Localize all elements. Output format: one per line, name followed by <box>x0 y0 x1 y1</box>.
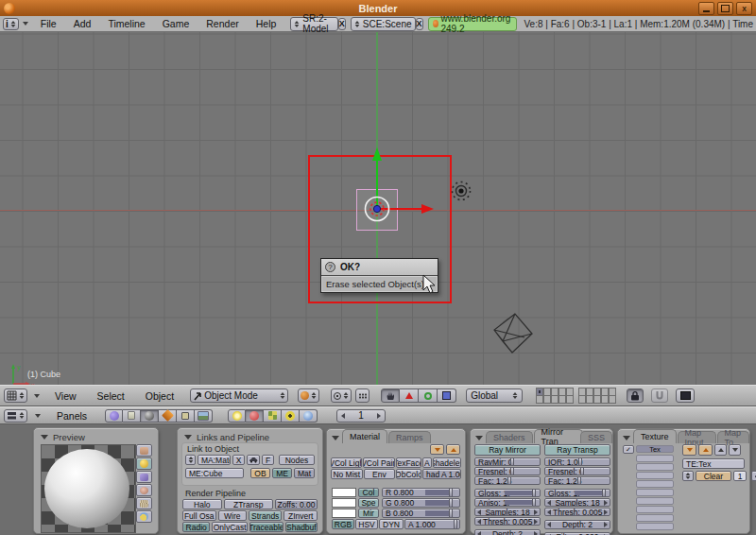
collapse-triangle-icon[interactable] <box>41 435 48 440</box>
traceable-toggle[interactable]: Traceable <box>249 522 284 532</box>
texture-browse-button[interactable] <box>682 471 694 481</box>
collapse-triangle-icon[interactable] <box>623 436 630 440</box>
rgb-button[interactable]: RGB <box>332 519 354 529</box>
preview-cube-button[interactable] <box>136 471 152 483</box>
nodes-button[interactable]: Nodes <box>279 455 315 465</box>
zoffs-field[interactable]: Zoffs: 0.00 <box>275 499 318 509</box>
channel-down-button[interactable] <box>729 444 741 456</box>
lamp-object[interactable] <box>450 180 472 202</box>
mir-button[interactable]: Mir <box>358 509 379 518</box>
scale-manipulator-button[interactable] <box>438 388 456 403</box>
col-button[interactable]: Col <box>358 488 379 497</box>
preview-hair-button[interactable] <box>136 497 152 509</box>
menu-view[interactable]: View <box>46 390 85 402</box>
specular-color-swatch[interactable] <box>332 498 356 508</box>
fresnel-mirror-slider[interactable]: Fresnel: 0 <box>474 467 541 475</box>
tab-mirror-transp[interactable]: Mirror Tran <box>534 429 583 443</box>
texture-channel-active[interactable]: Tex <box>636 445 674 453</box>
gloss-transp-slider[interactable]: Gloss: 1. <box>544 489 610 497</box>
texture-channel-check[interactable]: ✓ <box>623 445 634 454</box>
material-index-stepper[interactable]: 1 Mat 1 <box>294 468 315 478</box>
material-buttons-button[interactable] <box>246 409 264 423</box>
gloss-mirror-slider[interactable]: Gloss: 1. <box>474 489 541 497</box>
blue-slider[interactable]: B 0.800 <box>382 509 460 518</box>
version-badge[interactable]: www.blender.org 249.2 <box>428 17 518 31</box>
halo-toggle[interactable]: Halo <box>182 499 222 509</box>
header-collapse-icon[interactable] <box>23 22 28 26</box>
maximize-button[interactable] <box>717 2 733 15</box>
zinvert-toggle[interactable]: ZInvert <box>284 510 318 521</box>
manipulator-toggle-button[interactable] <box>381 388 400 403</box>
menu-add[interactable]: Add <box>65 18 100 29</box>
preview-flat-button[interactable] <box>136 444 152 457</box>
scene-context-button[interactable] <box>195 409 213 423</box>
mirror-color-swatch[interactable] <box>332 509 356 518</box>
texture-channel-slot[interactable] <box>636 472 674 479</box>
slider-knob[interactable] <box>577 477 581 484</box>
manipulator-x-arrowhead[interactable] <box>421 204 434 214</box>
menu-select[interactable]: Select <box>89 390 133 402</box>
fac-mirror-slider[interactable]: Fac: 1.25 <box>474 476 541 485</box>
texture-name-field[interactable]: TE:Tex <box>682 458 745 469</box>
logic-context-button[interactable] <box>105 409 123 423</box>
texture-channel-slot[interactable] <box>636 514 674 522</box>
header-collapse-icon[interactable] <box>35 414 41 418</box>
menu-object[interactable]: Object <box>137 390 182 402</box>
panel-header[interactable]: Preview <box>34 428 158 443</box>
layer-button[interactable] <box>609 395 617 404</box>
texture-channel-slot[interactable] <box>636 497 674 505</box>
ray-transp-toggle[interactable]: Ray Transp <box>544 444 610 456</box>
slider-knob[interactable] <box>449 509 453 517</box>
diffuse-color-swatch[interactable] <box>332 488 356 497</box>
depth-transp-stepper[interactable]: Depth: 2 <box>544 520 610 529</box>
object-context-button[interactable] <box>159 409 177 423</box>
copy-material-button[interactable] <box>430 444 444 455</box>
raymir-slider[interactable]: RayMir: 0 <box>474 457 541 466</box>
draw-mode-selector[interactable] <box>298 388 319 403</box>
no-mist-toggle[interactable]: No Mist <box>331 469 363 479</box>
tab-shaders[interactable]: Shaders <box>486 431 533 443</box>
manipulator-y-arrowhead[interactable] <box>372 147 382 161</box>
samples-mirror-stepper[interactable]: Samples: 18 <box>474 508 541 516</box>
move-centers-button[interactable] <box>355 388 369 403</box>
render-preview-button[interactable] <box>676 388 695 403</box>
editor-type-button[interactable] <box>4 388 27 403</box>
full-osa-toggle[interactable]: Full Osa <box>182 510 216 521</box>
decrement-icon[interactable] <box>547 500 551 506</box>
samples-transp-stepper[interactable]: Samples: 18 <box>544 498 610 507</box>
radio-toggle[interactable]: Radio <box>182 522 210 532</box>
thresh-transp-stepper[interactable]: Thresh: 0.005 <box>544 508 610 516</box>
wire-toggle[interactable]: Wire <box>218 510 247 521</box>
texture-channel-slot[interactable] <box>636 463 674 471</box>
preview-sphere-button[interactable] <box>136 457 152 470</box>
texface-toggle[interactable]: TexFace <box>396 457 421 468</box>
clear-button[interactable]: Clear <box>696 471 731 481</box>
rotate-manipulator-button[interactable] <box>419 388 438 403</box>
menu-render[interactable]: Render <box>198 18 247 29</box>
decrement-icon[interactable] <box>547 522 551 527</box>
obcolor-toggle[interactable]: ObColo <box>396 469 421 479</box>
ob-button[interactable]: OB <box>250 468 270 478</box>
panel-header[interactable]: Links and Pipeline <box>178 428 322 443</box>
menu-game[interactable]: Game <box>154 18 198 29</box>
fac-transp-slider[interactable]: Fac: 1.25 <box>544 476 610 485</box>
menu-file[interactable]: File <box>32 18 65 29</box>
snap-button[interactable] <box>651 388 668 403</box>
vcol-paint-toggle[interactable]: VCol Pain <box>363 457 394 468</box>
pivot-selector[interactable] <box>331 388 352 403</box>
strands-button[interactable]: Strands <box>249 510 283 521</box>
texture-channel-slot[interactable] <box>636 523 674 530</box>
depth-mirror-stepper[interactable]: Depth: 2 <box>474 529 541 535</box>
orientation-selector[interactable]: Global <box>466 388 523 403</box>
paste-material-button[interactable] <box>446 444 460 455</box>
lock-layers-button[interactable] <box>627 388 644 403</box>
tab-map-to[interactable]: Map To <box>717 431 749 443</box>
slider-knob[interactable] <box>449 499 453 507</box>
layer-button[interactable] <box>566 395 575 404</box>
paste-texture-button[interactable] <box>698 444 713 456</box>
scene-selector[interactable]: SCE:Scene <box>351 17 416 31</box>
ztransp-toggle[interactable]: ZTransp <box>224 499 273 509</box>
tab-texture[interactable]: Texture <box>633 429 677 443</box>
slider-knob[interactable] <box>532 499 536 506</box>
screen-delete-button[interactable]: X <box>338 18 346 30</box>
